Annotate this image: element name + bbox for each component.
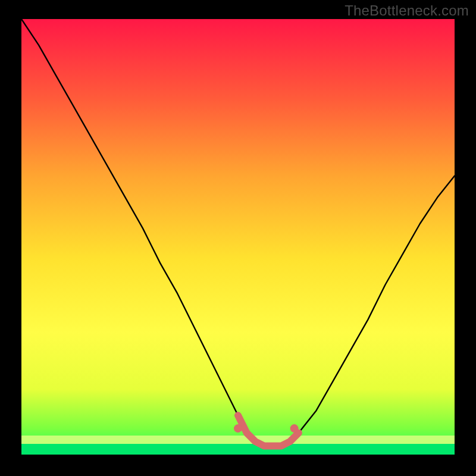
bottom-band-light [21, 436, 455, 444]
gradient-background [21, 19, 455, 455]
flat-region-endpoint [290, 424, 299, 433]
chart-svg [21, 19, 455, 455]
plot-area [21, 19, 455, 455]
flat-region-endpoint [234, 424, 242, 433]
bottom-band-green [21, 444, 455, 455]
watermark-text: TheBottleneck.com [345, 2, 469, 19]
chart-frame: TheBottleneck.com [0, 0, 476, 476]
